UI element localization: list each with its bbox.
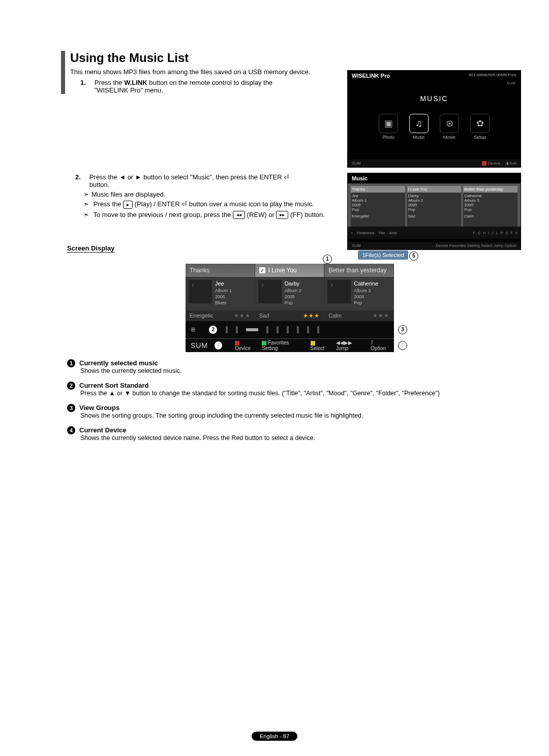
album-thumb-1 [189,280,212,303]
wiselink-pro-menu-screenshot: WISELINK Pro 851.98MB/995.00MB Free SUM … [347,70,521,168]
callout-4: 4 [214,341,223,350]
music-tile-2[interactable]: I Love YouDarbyAlbum 22005PopSad [407,186,462,227]
legend-4-head: Current Device [79,426,126,434]
sort-standard-row[interactable]: ≡ 2 3 [186,321,394,338]
page-footer: English - 87 [0,732,549,740]
music-card-3[interactable]: Better than yesterday Catherine Album 3 … [324,264,394,321]
screen-display-heading: Screen Display [67,244,114,253]
music-tile-3[interactable]: Better than yesterdayCatherineAlbum 3200… [463,186,517,227]
setup-icon: ✿ [470,114,490,133]
album-thumb-3 [327,280,351,303]
callout-1: 1 [323,255,332,264]
legend-num-2: 2 [67,382,75,390]
ss1-main-label: MUSIC [348,94,521,103]
legend-3-head: View Groups [79,404,119,412]
movie-icon: ⊛ [440,114,459,133]
category-music[interactable]: ♫Music [409,114,429,140]
photo-icon: ▣ [379,114,398,133]
ss2-header: Music [352,175,368,181]
category-photo[interactable]: ▣Photo [379,114,398,140]
ss1-sub: SUM [348,81,521,85]
files-selected-badge: 1File(s) Selected [358,250,408,260]
card-2-header: I Love You [268,267,297,274]
ss2-foot-right: Device Favorites Setting Select Jump Opt… [436,243,516,248]
callout-2: 2 [208,325,218,334]
ss1-foot-device: SUM [352,161,361,166]
callout-3: 3 [398,325,407,334]
music-card-2-selected[interactable]: ✓I Love You Darby Album 2 2005 Pop Sad★★… [255,264,325,321]
bottom-help-bar: SUM 4 Device Favorites Setting Select ◀◀… [186,338,394,352]
step-1-text: Press the W.LINK button on the remote co… [95,79,308,94]
step-number-1: 1. [80,79,93,86]
list-icon: ≡ [191,325,195,334]
card-3-header: Better than yesterday [324,264,393,277]
album-thumb-2 [258,280,282,303]
callout-5: 5 [409,251,418,261]
legend-2-head: Current Sort Standard [79,382,149,389]
music-icon: ♫ [409,114,429,133]
legend-1-body: Shows the currently selected music. [80,367,518,374]
check-icon: ✓ [259,267,265,273]
ss1-storage: 851.98MB/995.00MB Free [469,73,516,79]
legend-num-4: 4 [67,426,75,434]
music-list-screenshot: Music ThanksJeeAlbum 12005PopEnergetic I… [347,173,521,250]
rew-icon: ◂◂ [233,211,245,219]
legend-num-3: 3 [67,404,75,412]
current-device-label: SUM [191,341,208,350]
category-movie[interactable]: ⊛Movie [440,114,459,140]
ss1-foot-right: Device →▮ Exit [482,161,516,166]
callout-6: 6 [398,341,407,350]
legend-4-body: Shows the currently selected device name… [80,434,518,442]
step-number-2: 2. [75,173,87,181]
category-setup[interactable]: ✿Setup [470,114,490,140]
music-card-1[interactable]: Thanks Jee Album 1 2005 Blues Energetic★… [186,264,255,321]
legend-2-body: Press the ▲ or ▼ button to change the st… [80,390,518,397]
ss2-sortbar: ≡ Preference Title Artist FGHIJLPSTV [348,227,521,239]
card-1-header: Thanks [186,264,255,277]
ss2-foot-left: SUM [352,243,361,248]
ss1-header: WISELINK Pro [352,73,390,79]
legend-num-1: 1 [67,359,75,367]
legend-1-head: Currently selected music [79,359,158,367]
legend-3-body: Shows the sorting groups. The sorting gr… [80,412,518,419]
ff-icon: ▸▸ [276,211,288,219]
step-2-text: Press the ◄ or ► button to select "Music… [89,173,303,188]
page-title: Using the Music List [70,51,518,65]
music-tile-1[interactable]: ThanksJeeAlbum 12005PopEnergetic [351,186,405,227]
play-icon: ▸ [123,201,133,209]
